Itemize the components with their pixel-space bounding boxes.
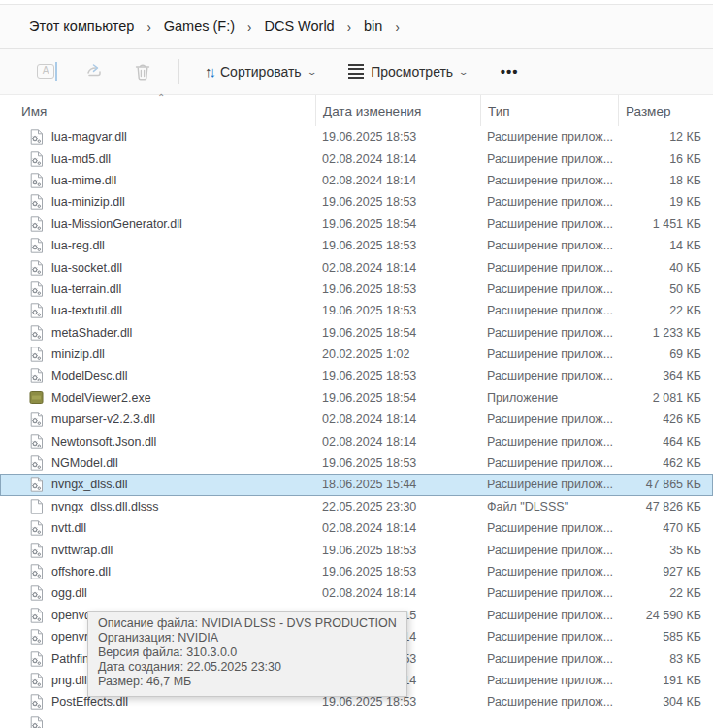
file-size: 364 КБ [618, 369, 713, 382]
sort-button[interactable]: ↑↓ Сортировать ⌄ [195, 57, 325, 85]
file-row[interactable] [0, 713, 713, 728]
file-size: 22 КБ [618, 304, 713, 317]
file-row[interactable]: lua-MissionGenerator.dll 19.06.2025 18:5… [0, 214, 713, 235]
file-date-modified: 02.08.2024 18:14 [315, 586, 480, 600]
file-size: 83 КБ [618, 652, 713, 666]
file-row[interactable]: lua-socket.dll 02.08.2024 18:14 Расширен… [0, 256, 713, 278]
command-toolbar: A ↑↓ Сортировать ⌄ Просмотреть ⌄ ••• [0, 49, 713, 95]
breadcrumb-item-drive[interactable]: Games (F:) [164, 18, 235, 34]
column-header-type[interactable]: Тип [480, 95, 618, 126]
file-row[interactable]: ogg.dll 02.08.2024 18:14 Расширение прил… [0, 582, 713, 604]
file-size: 22 КБ [618, 586, 713, 600]
file-row[interactable]: lua-terrain.dll 19.06.2025 18:53 Расшире… [0, 279, 713, 300]
file-name: ModelDesc.dll [51, 369, 128, 382]
dll-file-icon [29, 608, 44, 623]
file-row[interactable]: muparser-v2.2.3.dll 02.08.2024 18:14 Рас… [0, 409, 713, 430]
dll-file-icon [29, 673, 44, 688]
file-size: 40 КБ [618, 261, 713, 275]
file-name: nvtt.dll [51, 521, 86, 535]
tooltip-file-version: Версия файла: 310.3.0.0 [98, 645, 397, 660]
file-type: Расширение прилож... [480, 674, 618, 687]
file-size: 35 КБ [618, 544, 713, 557]
file-name: lua-magvar.dll [51, 130, 127, 144]
file-date-modified: 19.06.2025 18:53 [315, 565, 480, 579]
delete-button[interactable] [126, 55, 159, 88]
column-headers: ⌃ Имя Дата изменения Тип Размер [0, 95, 713, 126]
column-header-size[interactable]: Размер [618, 95, 713, 126]
file-row[interactable]: ModelDesc.dll 19.06.2025 18:53 Расширени… [0, 365, 713, 386]
file-row[interactable]: lua-magvar.dll 19.06.2025 18:53 Расширен… [0, 126, 713, 148]
file-row[interactable]: NGModel.dll 19.06.2025 18:53 Расширение … [0, 452, 713, 474]
file-date-modified: 19.06.2025 18:54 [315, 217, 480, 231]
file-row[interactable]: metaShader.dll 19.06.2025 18:54 Расширен… [0, 322, 713, 344]
rename-button[interactable]: A [29, 55, 62, 88]
file-size: 470 КБ [618, 521, 713, 535]
file-date-modified: 19.06.2025 18:53 [315, 695, 480, 709]
file-date-modified: 19.06.2025 18:53 [315, 369, 480, 382]
file-date-modified: 19.06.2025 18:54 [315, 391, 480, 405]
file-date-modified: 02.08.2024 18:14 [315, 435, 480, 448]
file-size: 16 КБ [618, 152, 713, 166]
file-row[interactable]: offshore.dll 19.06.2025 18:53 Расширение… [0, 561, 713, 582]
file-row[interactable]: Newtonsoft.Json.dll 02.08.2024 18:14 Рас… [0, 430, 713, 451]
file-size: 304 КБ [618, 695, 713, 709]
file-row[interactable]: lua-md5.dll 02.08.2024 18:14 Расширение … [0, 148, 713, 169]
file-size: 1 233 КБ [618, 326, 713, 340]
file-type: Расширение прилож... [480, 478, 618, 491]
see-more-button[interactable]: ••• [491, 63, 529, 80]
file-date-modified: 02.08.2024 18:14 [315, 261, 480, 275]
dll-file-icon [29, 303, 44, 318]
file-row[interactable]: lua-mime.dll 02.08.2024 18:14 Расширение… [0, 170, 713, 191]
file-size: 47 826 КБ [618, 500, 713, 513]
file-row[interactable]: nvngx_dlss.dll 18.06.2025 15:44 Расширен… [0, 474, 713, 495]
breadcrumb-item-this-pc[interactable]: Этот компьютер [29, 18, 134, 34]
file-row[interactable]: minizip.dll 20.02.2025 1:02 Расширение п… [0, 344, 713, 365]
chevron-down-icon: ⌄ [458, 67, 469, 77]
file-date-modified: 19.06.2025 18:53 [315, 304, 480, 317]
file-date-modified: 02.08.2024 18:14 [315, 152, 480, 166]
chevron-right-icon[interactable]: › [395, 17, 399, 34]
dll-file-icon [29, 194, 44, 210]
file-type: Расширение прилож... [480, 326, 618, 340]
file-type: Приложение [480, 391, 618, 405]
dll-file-icon [29, 260, 44, 276]
dll-file-icon [29, 347, 44, 362]
file-name: muparser-v2.2.3.dll [51, 413, 155, 426]
tooltip-size: Размер: 46,7 МБ [98, 675, 397, 689]
file-date-modified: 19.06.2025 18:54 [315, 326, 480, 340]
file-type: Расширение прилож... [480, 130, 618, 144]
file-date-modified: 18.06.2025 15:44 [315, 478, 480, 491]
file-date-modified: 19.06.2025 18:53 [315, 456, 480, 470]
tooltip-description: Описание файла: NVIDIA DLSS - DVS PRODUC… [98, 616, 397, 631]
file-name: ModelViewer2.exe [51, 391, 151, 405]
file-type: Расширение прилож... [480, 544, 618, 557]
chevron-right-icon: › [247, 17, 251, 34]
breadcrumb-item-dcs-world[interactable]: DCS World [264, 18, 334, 34]
breadcrumb-item-bin[interactable]: bin [364, 18, 382, 34]
file-size: 464 КБ [618, 435, 713, 448]
file-date-modified: 19.06.2025 18:53 [315, 195, 480, 209]
file-name: lua-reg.dll [51, 239, 105, 252]
file-name: lua-textutil.dll [51, 304, 122, 317]
file-row[interactable]: ModelViewer2.exe 19.06.2025 18:54 Прилож… [0, 387, 713, 409]
share-button[interactable] [78, 55, 111, 88]
file-type: Файл "DLSSS" [480, 500, 618, 513]
dll-file-icon [29, 694, 44, 710]
file-type: Расширение прилож... [480, 413, 618, 426]
column-header-date[interactable]: Дата изменения [315, 95, 480, 126]
file-row[interactable]: lua-minizip.dll 19.06.2025 18:53 Расшире… [0, 191, 713, 213]
file-row[interactable]: nvttwrap.dll 19.06.2025 18:53 Расширение… [0, 539, 713, 560]
file-row[interactable]: lua-reg.dll 19.06.2025 18:53 Расширение … [0, 235, 713, 256]
file-date-modified: 19.06.2025 18:53 [315, 282, 480, 296]
breadcrumb: Этот компьютер › Games (F:) › DCS World … [0, 5, 713, 49]
dll-file-icon [29, 173, 44, 188]
file-row[interactable]: nvngx_dlss.dll.dlsss 22.05.2025 23:30 Фа… [0, 496, 713, 517]
chevron-down-icon: ⌄ [307, 67, 317, 77]
file-row[interactable]: nvtt.dll 02.08.2024 18:14 Расширение при… [0, 517, 713, 539]
file-size: 585 КБ [618, 630, 713, 644]
view-button[interactable]: Просмотреть ⌄ [339, 55, 477, 87]
file-date-modified: 02.08.2024 18:14 [315, 521, 480, 535]
file-row[interactable]: lua-textutil.dll 19.06.2025 18:53 Расшир… [0, 300, 713, 321]
tooltip-organization: Организация: NVIDIA [98, 631, 397, 645]
file-list: ⌃ Имя Дата изменения Тип Размер [0, 95, 713, 728]
